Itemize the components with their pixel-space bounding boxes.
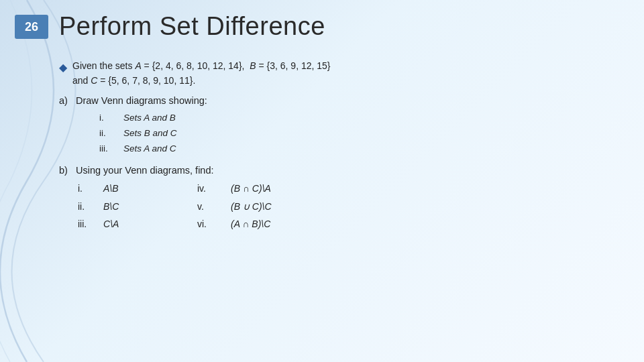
b-label-v: v. — [197, 200, 231, 215]
b-expr-ii: B\C — [103, 200, 197, 215]
bullet-section: ◆ Given the sets A = {2, 4, 6, 8, 10, 12… — [59, 59, 624, 88]
b-label-i: i. — [78, 182, 103, 196]
b-row-2: ii. B\C v. (B ∪ C)\C — [78, 200, 624, 215]
slide-number: 26 — [15, 15, 48, 39]
sub-item-ii: ii. Sets B and C — [99, 127, 624, 141]
sub-content-ii: Sets B and C — [123, 127, 177, 141]
b-label-iii: iii. — [78, 217, 103, 232]
b-table: i. A\B iv. (B ∩ C)\A ii. B\C v. (B ∪ C)\… — [78, 182, 624, 232]
b-expr-iii: C\A — [103, 217, 197, 232]
sub-item-iii: iii. Sets A and C — [99, 142, 624, 156]
b-row-1: i. A\B iv. (B ∩ C)\A — [78, 182, 624, 196]
sub-label-i: i. — [99, 111, 123, 125]
bullet-icon: ◆ — [59, 60, 67, 76]
sub-content-iii: Sets A and C — [123, 142, 176, 156]
b-label-iv: iv. — [197, 182, 231, 196]
bullet-text: Given the sets A = {2, 4, 6, 8, 10, 12, … — [72, 59, 331, 88]
b-label-vi: vi. — [197, 217, 231, 232]
slide-title: Perform Set Difference — [59, 12, 325, 41]
sub-items-list: i. Sets A and B ii. Sets B and C iii. Se… — [99, 111, 624, 156]
part-b-label: b) Using your Venn diagrams, find: — [59, 163, 624, 178]
b-expr-iv: (B ∩ C)\A — [231, 182, 271, 196]
b-expr-v: (B ∪ C)\C — [231, 200, 272, 215]
sub-label-iii: iii. — [99, 142, 123, 156]
sub-item-i: i. Sets A and B — [99, 111, 624, 125]
sub-content-i: Sets A and B — [123, 111, 176, 125]
part-a-label: a) Draw Venn diagrams showing: — [59, 93, 624, 108]
slide-content: ◆ Given the sets A = {2, 4, 6, 8, 10, 12… — [59, 59, 624, 349]
sub-label-ii: ii. — [99, 127, 123, 141]
b-expr-vi: (A ∩ B)\C — [231, 217, 270, 232]
b-row-3: iii. C\A vi. (A ∩ B)\C — [78, 217, 624, 232]
b-label-ii: ii. — [78, 200, 103, 215]
b-expr-i: A\B — [103, 182, 197, 196]
